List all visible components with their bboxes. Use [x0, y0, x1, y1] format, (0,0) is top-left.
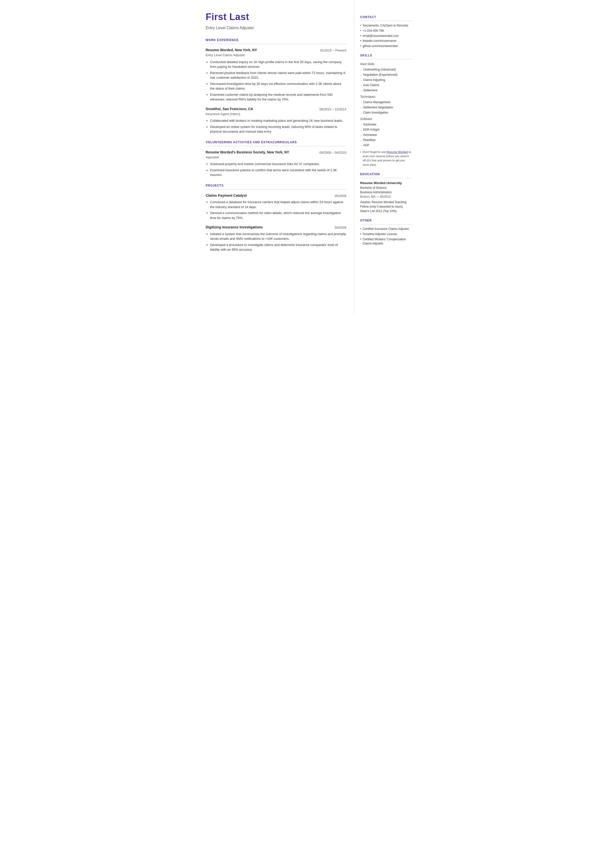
- list-item: Examined customer claims by analyzing th…: [210, 92, 346, 102]
- job-1-title-block: Resume Worded, New York, NY Entry Level …: [206, 48, 257, 58]
- projects-section: PROJECTS Claims Payment Catalyst 05/2009…: [206, 183, 346, 252]
- list-item: Conceived a database for insurance carri…: [210, 200, 346, 209]
- skills-divider: [360, 59, 412, 59]
- edu-awards: Awards: Resume Worded Teaching Fellow (o…: [360, 200, 412, 213]
- job-2-dates: 06/2010 – 12/2014: [319, 106, 346, 112]
- list-item: Developed a procedure to investigate cla…: [210, 242, 346, 252]
- project-2-dates: 04/2009: [335, 225, 346, 230]
- techniques-label: Techniques:: [360, 95, 412, 99]
- project-2-bullets: Initiated a system that summarizes the o…: [210, 231, 346, 252]
- list-item: Collaborated with brokers in creating ma…: [210, 118, 346, 123]
- project-2-header: Digitizing Insurance Investigations 04/2…: [206, 225, 346, 230]
- other-item: Certified Workers' Compensation Claims A…: [360, 237, 412, 246]
- promo-link[interactable]: Resume Worded: [386, 151, 408, 154]
- project-1-header: Claims Payment Catalyst 05/2009: [206, 193, 346, 199]
- skill-item: Negotiation (Experienced): [360, 73, 412, 77]
- list-item: Conducted detailed inquiry on 1K high-pr…: [210, 60, 346, 69]
- volunteering-title: VOLUNTEERING ACTIVITIES AND EXTRACURRICU…: [206, 140, 346, 144]
- other-item: Certified Insurance Claims Adjuster.: [360, 227, 412, 231]
- skill-item: ADP: [360, 143, 412, 148]
- contact-title: CONTACT: [360, 15, 412, 19]
- promo-text-before: Don't forget to use: [363, 151, 387, 154]
- list-item: Devised a communication method for claim…: [210, 211, 346, 220]
- list-item: Received positive feedback from clients …: [210, 70, 346, 80]
- job-2: Growthsi, San Francisco, CA Insurance Ag…: [206, 106, 346, 134]
- job-2-header: Growthsi, San Francisco, CA Insurance Ag…: [206, 106, 346, 117]
- volunteer-1-dates: 06/2009 – 04/2010: [319, 150, 346, 155]
- list-item: Developed an online system for tracking …: [210, 124, 346, 134]
- volunteer-1: Resume Worded's Business Society, New Yo…: [206, 150, 346, 177]
- education-title: EDUCATION: [360, 172, 412, 176]
- edu-degree: Bachelor of Science: [360, 186, 412, 190]
- projects-divider: [206, 189, 346, 189]
- skills-title: SKILLS: [360, 53, 412, 57]
- promo-text: Don't forget to use Resume Worded to sca…: [360, 150, 412, 167]
- job-1: Resume Worded, New York, NY Entry Level …: [206, 48, 346, 102]
- hard-skills-label: Hard Skills:: [360, 62, 412, 66]
- job-2-title-block: Growthsi, San Francisco, CA Insurance Ag…: [206, 106, 253, 117]
- project-2-title: Digitizing Insurance Investigations: [206, 225, 263, 230]
- skill-item: Settlement Negotiation: [360, 105, 412, 110]
- skill-item: Underwriting (Advanced): [360, 67, 412, 72]
- contact-section: CONTACT Sacramento, CA(Open to Remote) +…: [360, 15, 412, 48]
- list-item: Decreased investigation time by 30 days …: [210, 81, 346, 91]
- skill-item: Settlement: [360, 88, 412, 93]
- skills-section: SKILLS Hard Skills: Underwriting (Advanc…: [360, 53, 412, 167]
- education-section: EDUCATION Resume Worded University Bache…: [360, 172, 412, 214]
- project-1-title: Claims Payment Catalyst: [206, 193, 247, 198]
- volunteer-1-header: Resume Worded's Business Society, New Yo…: [206, 150, 346, 160]
- left-column: First Last Entry Level Claims Adjuster W…: [196, 0, 354, 314]
- project-1: Claims Payment Catalyst 05/2009 Conceive…: [206, 193, 346, 220]
- job-1-header: Resume Worded, New York, NY Entry Level …: [206, 48, 346, 58]
- skill-item: Axonwave: [360, 133, 412, 137]
- volunteer-1-title-block: Resume Worded's Business Society, New Yo…: [206, 150, 289, 160]
- job-2-company: Growthsi, San Francisco, CA: [206, 106, 253, 112]
- contact-item-github: github.com/resumeworded: [360, 44, 412, 48]
- subtitle: Entry Level Claims Adjuster: [206, 25, 346, 31]
- job-1-bullets: Conducted detailed inquiry on 1K high-pr…: [210, 60, 346, 102]
- volunteering-divider: [206, 146, 346, 146]
- skill-item: Claims Management: [360, 100, 412, 104]
- contact-item-email: email@resumeworded.com: [360, 34, 412, 38]
- skill-item: Auto Claims: [360, 83, 412, 87]
- project-2: Digitizing Insurance Investigations 04/2…: [206, 225, 346, 252]
- skill-item: RiskWise: [360, 138, 412, 142]
- resume-page: First Last Entry Level Claims Adjuster W…: [196, 0, 419, 314]
- job-2-role: Insurance Agent (Intern): [206, 112, 253, 116]
- contact-item-linkedin: linkedin.com/in/username: [360, 39, 412, 43]
- skill-item: Claims Adjusting: [360, 78, 412, 82]
- job-2-bullets: Collaborated with brokers in creating ma…: [210, 118, 346, 134]
- project-1-bullets: Conceived a database for insurance carri…: [210, 200, 346, 220]
- skill-item: Claim Investigation: [360, 110, 412, 115]
- volunteer-1-role: Appraiser: [206, 155, 289, 160]
- list-item: Examined insurance policies to confirm t…: [210, 168, 346, 177]
- job-1-dates: 01/2015 – Present: [320, 48, 346, 53]
- work-experience-section: WORK EXPERIENCE Resume Worded, New York,…: [206, 38, 346, 134]
- other-item: Growthsi Adjuster License.: [360, 232, 412, 236]
- projects-title: PROJECTS: [206, 183, 346, 188]
- volunteering-section: VOLUNTEERING ACTIVITIES AND EXTRACURRICU…: [206, 140, 346, 177]
- project-1-dates: 05/2009: [335, 193, 346, 199]
- job-1-company: Resume Worded, New York, NY: [206, 48, 257, 53]
- list-item: Assessed property and marine commercial …: [210, 161, 346, 166]
- volunteer-1-bullets: Assessed property and marine commercial …: [210, 161, 346, 177]
- volunteer-1-company: Resume Worded's Business Society, New Yo…: [206, 150, 289, 155]
- contact-divider: [360, 21, 412, 21]
- edu-location: Boston, MA — 05/2010: [360, 194, 412, 199]
- software-label: Software:: [360, 117, 412, 121]
- work-experience-title: WORK EXPERIENCE: [206, 38, 346, 42]
- edu-field: Business Administration: [360, 190, 412, 194]
- other-section: OTHER Certified Insurance Claims Adjuste…: [360, 218, 412, 245]
- skill-item: EDR InSight: [360, 127, 412, 132]
- right-column: CONTACT Sacramento, CA(Open to Remote) +…: [354, 0, 419, 314]
- other-title: OTHER: [360, 218, 412, 223]
- name: First Last: [206, 10, 346, 24]
- skill-item: Xactimate: [360, 122, 412, 127]
- job-1-role: Entry Level Claims Adjuster: [206, 53, 257, 57]
- list-item: Initiated a system that summarizes the o…: [210, 231, 346, 241]
- edu-name: Resume Worded University: [360, 181, 412, 186]
- contact-item-location: Sacramento, CA(Open to Remote): [360, 23, 412, 28]
- contact-item-phone: +1-234-456-789: [360, 29, 412, 33]
- education-divider: [360, 178, 412, 178]
